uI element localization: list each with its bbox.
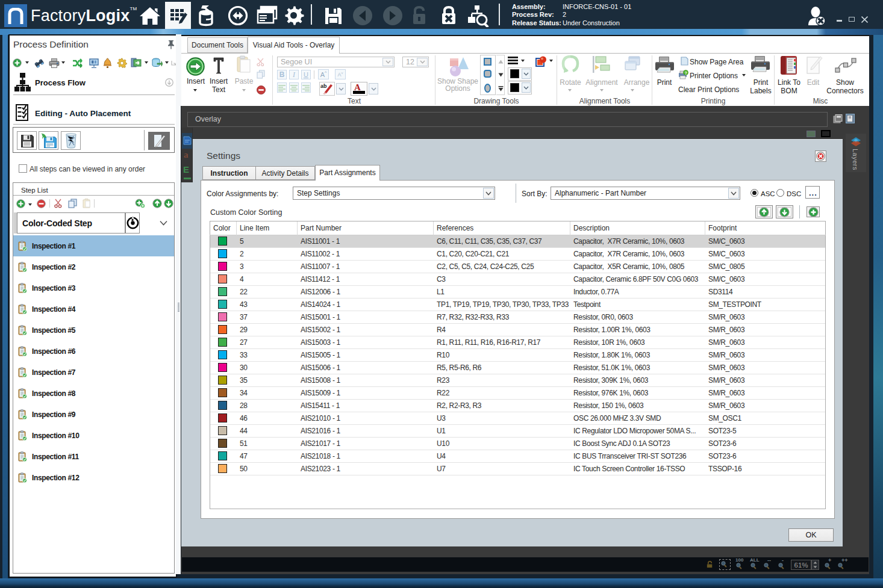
svg-text:ab: ab: [320, 83, 327, 89]
svg-text:?: ?: [685, 71, 687, 75]
